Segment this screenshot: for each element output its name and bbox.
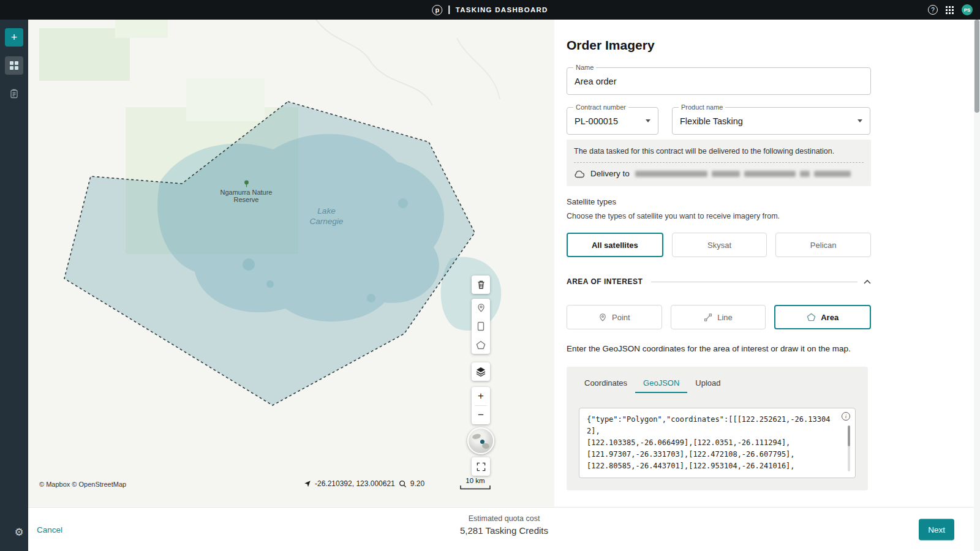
- aoi-input-tabs: Coordinates GeoJSON Upload: [567, 375, 868, 393]
- map-canvas[interactable]: Ngamurra Nature Reserve Lake Carnegie: [28, 20, 554, 506]
- aoi-mode-options: Point Line Area: [567, 305, 871, 329]
- satellite-types-description: Choose the types of satellite you want t…: [567, 212, 871, 220]
- tab-upload[interactable]: Upload: [687, 375, 728, 393]
- footer-bar: Cancel Estimated quota cost 5,281 Taskin…: [28, 507, 980, 551]
- zoom-level-value: 9.20: [410, 479, 424, 488]
- delete-shape-control: [472, 276, 490, 294]
- contract-number-label: Contract number: [573, 103, 628, 111]
- location-arrow-icon: [304, 480, 311, 487]
- zoom-level-icon: [399, 480, 407, 488]
- zoom-out-button[interactable]: −: [472, 406, 490, 424]
- order-name-field[interactable]: Name Area order: [567, 67, 871, 95]
- line-segment-icon: [704, 313, 712, 322]
- geojson-text[interactable]: {"type":"Polygon","coordinates":[[[122.2…: [587, 414, 837, 472]
- clipboard-icon: [9, 89, 19, 99]
- order-name-label: Name: [573, 64, 596, 71]
- user-avatar[interactable]: PS: [962, 4, 973, 15]
- pentagon-icon: [807, 313, 816, 321]
- info-icon[interactable]: i: [842, 412, 850, 421]
- aoi-description: Enter the GeoJSON coordinates for the ar…: [567, 344, 885, 353]
- brand-divider: [448, 6, 450, 14]
- fullscreen-icon[interactable]: [472, 457, 490, 476]
- aoi-mode-line[interactable]: Line: [671, 305, 766, 329]
- trash-icon[interactable]: [472, 276, 490, 294]
- app-title: TASKING DASHBOARD: [456, 6, 548, 13]
- satellite-option-skysat[interactable]: Skysat: [672, 233, 767, 257]
- place-label-lake: Lake Carnegie: [296, 206, 357, 227]
- apps-grid-icon[interactable]: [946, 6, 954, 14]
- scale-bar: [460, 485, 491, 490]
- delivery-prefix: Delivery to: [590, 169, 630, 178]
- page-scrollbar-thumb[interactable]: [974, 20, 979, 113]
- aoi-section-header[interactable]: AREA OF INTEREST: [567, 277, 871, 286]
- layers-icon[interactable]: [472, 362, 490, 381]
- contract-number-select[interactable]: Contract number PL-000015: [567, 107, 658, 135]
- cursor-position-readout: -26.210392, 123.000621 9.20: [304, 479, 424, 488]
- draw-tools-control: [472, 299, 490, 354]
- satellite-option-all[interactable]: All satellites: [567, 233, 663, 257]
- help-icon[interactable]: ?: [928, 5, 938, 15]
- draw-point-icon[interactable]: [472, 299, 490, 317]
- delivery-info-box: The data tasked for this contract will b…: [567, 140, 871, 186]
- sidebar-item-dashboard[interactable]: [5, 56, 23, 75]
- cloud-icon: [574, 170, 585, 178]
- tab-geojson[interactable]: GeoJSON: [635, 375, 687, 393]
- map-attribution: © Mapbox © OpenStreetMap: [39, 481, 126, 488]
- place-label-reserve: Ngamurra Nature Reserve: [209, 180, 283, 203]
- globe-land-shape: [472, 433, 481, 440]
- product-name-label: Product name: [679, 103, 725, 111]
- chevron-up-icon[interactable]: [864, 280, 871, 284]
- order-name-value: Area order: [575, 77, 617, 86]
- chevron-down-icon: [858, 119, 862, 122]
- next-button[interactable]: Next: [919, 519, 954, 540]
- point-pin-icon: [598, 313, 607, 322]
- dashboard-grid-icon: [9, 61, 19, 70]
- map-scale: 10 km: [460, 477, 491, 490]
- contract-number-value: PL-000015: [575, 116, 618, 126]
- top-bar: p TASKING DASHBOARD ? PS: [0, 0, 980, 20]
- quota-label: Estimated quota cost: [460, 514, 548, 523]
- tab-coordinates[interactable]: Coordinates: [576, 375, 635, 393]
- quota-value: 5,281 Tasking Credits: [460, 525, 548, 536]
- zoom-in-button[interactable]: +: [472, 387, 490, 405]
- gear-icon: ⚙: [14, 526, 23, 539]
- draw-polygon-icon[interactable]: [472, 335, 490, 354]
- order-panel: Order Imagery Name Area order Contract n…: [554, 20, 974, 506]
- plus-icon: +: [11, 32, 18, 43]
- section-divider: [651, 282, 858, 282]
- draw-rectangle-icon[interactable]: [472, 317, 490, 335]
- settings-button[interactable]: ⚙: [10, 523, 28, 541]
- left-sidebar: + ⚙: [0, 20, 28, 551]
- redacted-destination: [635, 169, 855, 178]
- fullscreen-control: [472, 457, 490, 476]
- app-brand: p TASKING DASHBOARD: [432, 0, 548, 20]
- quota-summary: Estimated quota cost 5,281 Tasking Credi…: [460, 514, 548, 536]
- product-name-value: Flexible Tasking: [680, 116, 743, 126]
- satellite-option-pelican[interactable]: Pelican: [775, 233, 871, 257]
- zoom-control: + −: [472, 387, 490, 424]
- layers-control: [472, 362, 490, 381]
- chevron-down-icon: [646, 119, 650, 122]
- geojson-editor[interactable]: {"type":"Polygon","coordinates":[[[122.2…: [579, 408, 856, 478]
- page-title: Order Imagery: [567, 38, 871, 53]
- aoi-mode-point[interactable]: Point: [567, 305, 662, 329]
- new-order-button[interactable]: +: [5, 28, 23, 47]
- product-name-select[interactable]: Product name Flexible Tasking: [672, 107, 870, 135]
- geojson-scrollbar[interactable]: [848, 425, 850, 471]
- satellite-type-options: All satellites Skysat Pelican: [567, 233, 871, 257]
- globe-minimap[interactable]: [467, 427, 494, 454]
- planet-logo-icon: p: [432, 5, 442, 15]
- satellite-types-title: Satellite types: [567, 197, 871, 206]
- tree-icon: [243, 180, 250, 187]
- aoi-input-container: Coordinates GeoJSON Upload {"type":"Poly…: [567, 367, 868, 490]
- cancel-button[interactable]: Cancel: [37, 525, 62, 534]
- aoi-section-title: AREA OF INTEREST: [567, 277, 643, 286]
- aoi-mode-area[interactable]: Area: [774, 305, 871, 329]
- page-scrollbar[interactable]: [974, 20, 980, 551]
- sidebar-item-orders[interactable]: [5, 84, 23, 103]
- delivery-note: The data tasked for this contract will b…: [574, 147, 864, 162]
- globe-location-dot: [480, 440, 484, 444]
- cursor-coordinates: -26.210392, 123.000621: [315, 479, 395, 488]
